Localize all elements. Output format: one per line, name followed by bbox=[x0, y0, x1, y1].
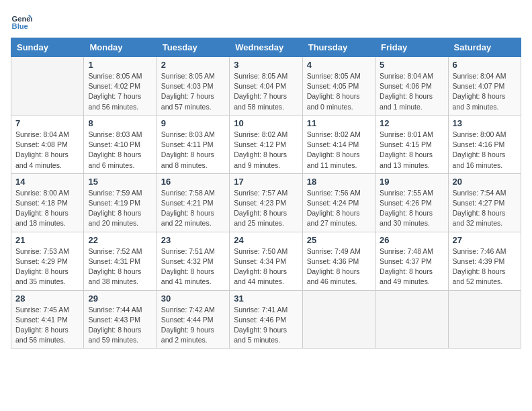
calendar-cell: 6Sunrise: 8:04 AM Sunset: 4:07 PM Daylig… bbox=[448, 57, 521, 116]
header-thursday: Thursday bbox=[302, 38, 375, 57]
calendar-cell: 20Sunrise: 7:54 AM Sunset: 4:27 PM Dayli… bbox=[448, 173, 521, 232]
calendar-cell: 14Sunrise: 8:00 AM Sunset: 4:18 PM Dayli… bbox=[11, 173, 84, 232]
day-number: 26 bbox=[380, 235, 443, 245]
day-info: Sunrise: 8:05 AM Sunset: 4:05 PM Dayligh… bbox=[307, 71, 371, 112]
day-info: Sunrise: 7:50 AM Sunset: 4:34 PM Dayligh… bbox=[234, 246, 298, 287]
calendar-cell: 11Sunrise: 8:02 AM Sunset: 4:14 PM Dayli… bbox=[302, 115, 375, 173]
calendar-cell: 7Sunrise: 8:04 AM Sunset: 4:08 PM Daylig… bbox=[11, 115, 84, 173]
calendar-week-row: 14Sunrise: 8:00 AM Sunset: 4:18 PM Dayli… bbox=[11, 173, 521, 232]
day-info: Sunrise: 8:02 AM Sunset: 4:12 PM Dayligh… bbox=[234, 130, 298, 171]
day-info: Sunrise: 8:04 AM Sunset: 4:06 PM Dayligh… bbox=[380, 71, 443, 112]
calendar-cell: 29Sunrise: 7:44 AM Sunset: 4:43 PM Dayli… bbox=[84, 290, 157, 349]
day-info: Sunrise: 7:49 AM Sunset: 4:36 PM Dayligh… bbox=[307, 246, 371, 287]
day-number: 27 bbox=[453, 235, 517, 245]
calendar-cell bbox=[448, 290, 521, 349]
calendar-week-row: 21Sunrise: 7:53 AM Sunset: 4:29 PM Dayli… bbox=[11, 232, 521, 290]
day-number: 12 bbox=[380, 118, 443, 128]
day-info: Sunrise: 8:04 AM Sunset: 4:07 PM Dayligh… bbox=[453, 71, 517, 112]
calendar-cell: 17Sunrise: 7:57 AM Sunset: 4:23 PM Dayli… bbox=[230, 173, 302, 232]
day-info: Sunrise: 7:54 AM Sunset: 4:27 PM Dayligh… bbox=[453, 188, 517, 229]
calendar-cell: 2Sunrise: 8:05 AM Sunset: 4:03 PM Daylig… bbox=[157, 57, 229, 116]
day-number: 9 bbox=[161, 118, 225, 128]
day-number: 7 bbox=[15, 118, 79, 128]
day-number: 22 bbox=[88, 235, 152, 245]
day-info: Sunrise: 8:05 AM Sunset: 4:04 PM Dayligh… bbox=[234, 71, 298, 112]
day-number: 14 bbox=[15, 177, 79, 187]
day-info: Sunrise: 7:51 AM Sunset: 4:32 PM Dayligh… bbox=[161, 246, 225, 287]
header-wednesday: Wednesday bbox=[230, 38, 302, 57]
day-info: Sunrise: 8:00 AM Sunset: 4:16 PM Dayligh… bbox=[453, 130, 517, 171]
page-header: General Blue bbox=[11, 11, 521, 32]
header-sunday: Sunday bbox=[11, 38, 84, 57]
day-number: 29 bbox=[88, 293, 152, 304]
day-number: 23 bbox=[161, 235, 225, 245]
calendar-cell: 8Sunrise: 8:03 AM Sunset: 4:10 PM Daylig… bbox=[84, 115, 157, 173]
calendar-cell: 19Sunrise: 7:55 AM Sunset: 4:26 PM Dayli… bbox=[375, 173, 448, 232]
day-number: 31 bbox=[234, 293, 298, 304]
day-number: 19 bbox=[380, 177, 443, 187]
day-number: 30 bbox=[161, 293, 225, 304]
calendar-cell: 28Sunrise: 7:45 AM Sunset: 4:41 PM Dayli… bbox=[11, 290, 84, 349]
calendar-table: SundayMondayTuesdayWednesdayThursdayFrid… bbox=[11, 38, 521, 349]
day-info: Sunrise: 7:58 AM Sunset: 4:21 PM Dayligh… bbox=[161, 188, 225, 229]
day-info: Sunrise: 7:53 AM Sunset: 4:29 PM Dayligh… bbox=[15, 246, 79, 287]
day-number: 15 bbox=[88, 177, 152, 187]
day-number: 25 bbox=[307, 235, 371, 245]
calendar-cell: 31Sunrise: 7:41 AM Sunset: 4:46 PM Dayli… bbox=[230, 290, 302, 349]
day-number: 4 bbox=[307, 60, 371, 70]
day-number: 10 bbox=[234, 118, 298, 128]
calendar-cell: 16Sunrise: 7:58 AM Sunset: 4:21 PM Dayli… bbox=[157, 173, 229, 232]
day-number: 13 bbox=[453, 118, 517, 128]
day-info: Sunrise: 7:41 AM Sunset: 4:46 PM Dayligh… bbox=[234, 305, 298, 346]
calendar-week-row: 28Sunrise: 7:45 AM Sunset: 4:41 PM Dayli… bbox=[11, 290, 521, 349]
day-info: Sunrise: 7:52 AM Sunset: 4:31 PM Dayligh… bbox=[88, 246, 152, 287]
day-info: Sunrise: 8:02 AM Sunset: 4:14 PM Dayligh… bbox=[307, 130, 371, 171]
calendar-cell: 22Sunrise: 7:52 AM Sunset: 4:31 PM Dayli… bbox=[84, 232, 157, 290]
calendar-cell bbox=[302, 290, 375, 349]
day-info: Sunrise: 7:59 AM Sunset: 4:19 PM Dayligh… bbox=[88, 188, 152, 229]
day-info: Sunrise: 8:01 AM Sunset: 4:15 PM Dayligh… bbox=[380, 130, 443, 171]
calendar-cell: 21Sunrise: 7:53 AM Sunset: 4:29 PM Dayli… bbox=[11, 232, 84, 290]
day-info: Sunrise: 7:56 AM Sunset: 4:24 PM Dayligh… bbox=[307, 188, 371, 229]
header-friday: Friday bbox=[375, 38, 448, 57]
day-number: 21 bbox=[15, 235, 79, 245]
day-number: 11 bbox=[307, 118, 371, 128]
calendar-cell: 1Sunrise: 8:05 AM Sunset: 4:02 PM Daylig… bbox=[84, 57, 157, 116]
day-number: 3 bbox=[234, 60, 298, 70]
day-number: 24 bbox=[234, 235, 298, 245]
logo: General Blue bbox=[11, 11, 35, 32]
calendar-cell: 4Sunrise: 8:05 AM Sunset: 4:05 PM Daylig… bbox=[302, 57, 375, 116]
calendar-cell: 26Sunrise: 7:48 AM Sunset: 4:37 PM Dayli… bbox=[375, 232, 448, 290]
day-info: Sunrise: 7:45 AM Sunset: 4:41 PM Dayligh… bbox=[15, 305, 79, 346]
calendar-cell: 9Sunrise: 8:03 AM Sunset: 4:11 PM Daylig… bbox=[157, 115, 229, 173]
calendar-cell: 15Sunrise: 7:59 AM Sunset: 4:19 PM Dayli… bbox=[84, 173, 157, 232]
day-info: Sunrise: 7:48 AM Sunset: 4:37 PM Dayligh… bbox=[380, 246, 443, 287]
day-info: Sunrise: 8:03 AM Sunset: 4:10 PM Dayligh… bbox=[88, 130, 152, 171]
calendar-header-row: SundayMondayTuesdayWednesdayThursdayFrid… bbox=[11, 38, 521, 57]
day-number: 2 bbox=[161, 60, 225, 70]
day-info: Sunrise: 7:57 AM Sunset: 4:23 PM Dayligh… bbox=[234, 188, 298, 229]
day-info: Sunrise: 7:42 AM Sunset: 4:44 PM Dayligh… bbox=[161, 305, 225, 346]
calendar-cell: 30Sunrise: 7:42 AM Sunset: 4:44 PM Dayli… bbox=[157, 290, 229, 349]
calendar-cell: 23Sunrise: 7:51 AM Sunset: 4:32 PM Dayli… bbox=[157, 232, 229, 290]
day-number: 8 bbox=[88, 118, 152, 128]
logo-icon: General Blue bbox=[11, 11, 32, 32]
day-info: Sunrise: 8:05 AM Sunset: 4:02 PM Dayligh… bbox=[88, 71, 152, 112]
calendar-cell bbox=[11, 57, 84, 116]
day-number: 5 bbox=[380, 60, 443, 70]
calendar-cell: 18Sunrise: 7:56 AM Sunset: 4:24 PM Dayli… bbox=[302, 173, 375, 232]
calendar-cell: 10Sunrise: 8:02 AM Sunset: 4:12 PM Dayli… bbox=[230, 115, 302, 173]
calendar-cell: 12Sunrise: 8:01 AM Sunset: 4:15 PM Dayli… bbox=[375, 115, 448, 173]
day-number: 16 bbox=[161, 177, 225, 187]
day-info: Sunrise: 8:05 AM Sunset: 4:03 PM Dayligh… bbox=[161, 71, 225, 112]
day-number: 1 bbox=[88, 60, 152, 70]
day-number: 20 bbox=[453, 177, 517, 187]
svg-text:Blue: Blue bbox=[12, 22, 28, 30]
calendar-cell bbox=[375, 290, 448, 349]
calendar-week-row: 7Sunrise: 8:04 AM Sunset: 4:08 PM Daylig… bbox=[11, 115, 521, 173]
day-number: 18 bbox=[307, 177, 371, 187]
calendar-week-row: 1Sunrise: 8:05 AM Sunset: 4:02 PM Daylig… bbox=[11, 57, 521, 116]
calendar-cell: 5Sunrise: 8:04 AM Sunset: 4:06 PM Daylig… bbox=[375, 57, 448, 116]
day-info: Sunrise: 8:03 AM Sunset: 4:11 PM Dayligh… bbox=[161, 130, 225, 171]
calendar-cell: 24Sunrise: 7:50 AM Sunset: 4:34 PM Dayli… bbox=[230, 232, 302, 290]
